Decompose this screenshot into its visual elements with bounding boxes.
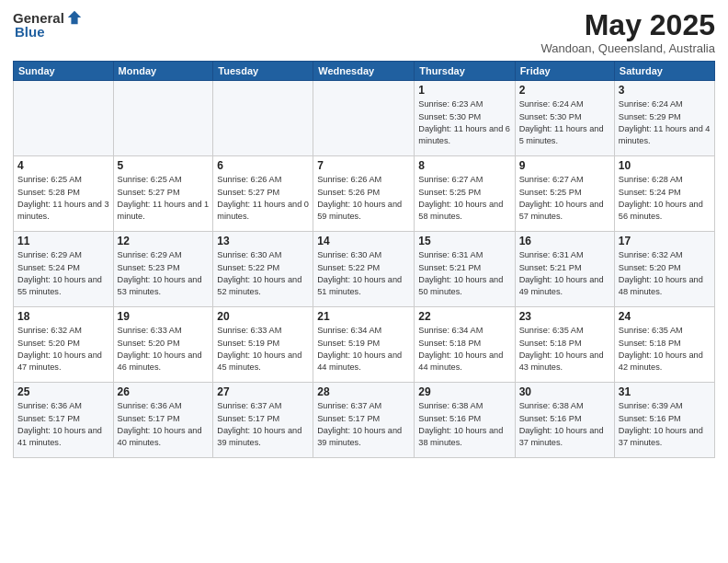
calendar-cell: 19Sunrise: 6:33 AM Sunset: 5:20 PM Dayli… bbox=[113, 307, 213, 383]
day-info: Sunrise: 6:38 AM Sunset: 5:16 PM Dayligh… bbox=[519, 400, 610, 449]
title-block: May 2025 Wandoan, Queensland, Australia bbox=[540, 9, 715, 55]
week-row-3: 11Sunrise: 6:29 AM Sunset: 5:24 PM Dayli… bbox=[14, 232, 715, 307]
weekday-header-tuesday: Tuesday bbox=[213, 62, 313, 81]
day-info: Sunrise: 6:35 AM Sunset: 5:18 PM Dayligh… bbox=[519, 325, 610, 373]
day-info: Sunrise: 6:27 AM Sunset: 5:25 PM Dayligh… bbox=[519, 174, 610, 223]
day-number: 8 bbox=[418, 159, 510, 172]
day-info: Sunrise: 6:25 AM Sunset: 5:27 PM Dayligh… bbox=[118, 174, 210, 223]
weekday-header-row: SundayMondayTuesdayWednesdayThursdayFrid… bbox=[14, 62, 715, 81]
day-number: 15 bbox=[418, 235, 510, 247]
day-info: Sunrise: 6:29 AM Sunset: 5:24 PM Dayligh… bbox=[17, 249, 109, 298]
day-number: 16 bbox=[519, 235, 610, 247]
logo: General Blue bbox=[13, 9, 83, 40]
weekday-header-friday: Friday bbox=[515, 62, 614, 81]
day-number: 26 bbox=[118, 385, 210, 398]
calendar-cell: 22Sunrise: 6:34 AM Sunset: 5:18 PM Dayli… bbox=[415, 307, 515, 383]
calendar-cell: 15Sunrise: 6:31 AM Sunset: 5:21 PM Dayli… bbox=[415, 232, 515, 307]
calendar-cell: 23Sunrise: 6:35 AM Sunset: 5:18 PM Dayli… bbox=[515, 307, 614, 383]
day-number: 2 bbox=[519, 84, 610, 97]
day-info: Sunrise: 6:24 AM Sunset: 5:29 PM Dayligh… bbox=[619, 98, 711, 147]
day-info: Sunrise: 6:34 AM Sunset: 5:18 PM Dayligh… bbox=[418, 325, 510, 373]
svg-marker-0 bbox=[68, 11, 81, 24]
day-info: Sunrise: 6:27 AM Sunset: 5:25 PM Dayligh… bbox=[418, 174, 510, 223]
calendar-cell: 12Sunrise: 6:29 AM Sunset: 5:23 PM Dayli… bbox=[113, 232, 213, 307]
calendar-cell: 9Sunrise: 6:27 AM Sunset: 5:25 PM Daylig… bbox=[515, 156, 614, 232]
day-number: 31 bbox=[619, 385, 711, 398]
day-info: Sunrise: 6:26 AM Sunset: 5:26 PM Dayligh… bbox=[317, 174, 410, 223]
calendar-cell: 13Sunrise: 6:30 AM Sunset: 5:22 PM Dayli… bbox=[213, 232, 313, 307]
weekday-header-thursday: Thursday bbox=[415, 62, 515, 81]
weekday-header-sunday: Sunday bbox=[14, 62, 114, 81]
day-number: 20 bbox=[217, 310, 309, 323]
calendar-cell: 4Sunrise: 6:25 AM Sunset: 5:28 PM Daylig… bbox=[14, 156, 114, 232]
day-number: 10 bbox=[619, 159, 711, 172]
day-number: 18 bbox=[17, 310, 109, 323]
header: General Blue May 2025 Wandoan, Queenslan… bbox=[13, 9, 715, 55]
location: Wandoan, Queensland, Australia bbox=[540, 41, 715, 55]
calendar-table: SundayMondayTuesdayWednesdayThursdayFrid… bbox=[13, 61, 715, 458]
day-info: Sunrise: 6:31 AM Sunset: 5:21 PM Dayligh… bbox=[418, 249, 510, 298]
day-info: Sunrise: 6:30 AM Sunset: 5:22 PM Dayligh… bbox=[217, 249, 309, 298]
calendar-cell: 10Sunrise: 6:28 AM Sunset: 5:24 PM Dayli… bbox=[614, 156, 714, 232]
calendar-cell: 20Sunrise: 6:33 AM Sunset: 5:19 PM Dayli… bbox=[213, 307, 313, 383]
day-info: Sunrise: 6:33 AM Sunset: 5:20 PM Dayligh… bbox=[118, 325, 210, 373]
day-info: Sunrise: 6:32 AM Sunset: 5:20 PM Dayligh… bbox=[17, 325, 109, 373]
day-number: 11 bbox=[17, 235, 109, 247]
day-info: Sunrise: 6:38 AM Sunset: 5:16 PM Dayligh… bbox=[418, 400, 510, 449]
day-number: 27 bbox=[217, 385, 309, 398]
calendar-cell: 14Sunrise: 6:30 AM Sunset: 5:22 PM Dayli… bbox=[313, 232, 415, 307]
calendar-cell: 16Sunrise: 6:31 AM Sunset: 5:21 PM Dayli… bbox=[515, 232, 614, 307]
weekday-header-wednesday: Wednesday bbox=[313, 62, 415, 81]
day-info: Sunrise: 6:29 AM Sunset: 5:23 PM Dayligh… bbox=[118, 249, 210, 298]
day-info: Sunrise: 6:24 AM Sunset: 5:30 PM Dayligh… bbox=[519, 98, 610, 147]
day-number: 6 bbox=[217, 159, 309, 172]
calendar-cell bbox=[313, 81, 415, 156]
day-info: Sunrise: 6:23 AM Sunset: 5:30 PM Dayligh… bbox=[418, 98, 510, 147]
day-info: Sunrise: 6:33 AM Sunset: 5:19 PM Dayligh… bbox=[217, 325, 309, 373]
day-number: 23 bbox=[519, 310, 610, 323]
calendar-cell: 21Sunrise: 6:34 AM Sunset: 5:19 PM Dayli… bbox=[313, 307, 415, 383]
calendar-cell: 17Sunrise: 6:32 AM Sunset: 5:20 PM Dayli… bbox=[614, 232, 714, 307]
calendar-cell: 30Sunrise: 6:38 AM Sunset: 5:16 PM Dayli… bbox=[515, 383, 614, 458]
calendar-cell: 1Sunrise: 6:23 AM Sunset: 5:30 PM Daylig… bbox=[415, 81, 515, 156]
logo-icon bbox=[66, 9, 83, 26]
day-number: 24 bbox=[619, 310, 711, 323]
day-info: Sunrise: 6:28 AM Sunset: 5:24 PM Dayligh… bbox=[619, 174, 711, 223]
calendar-cell: 3Sunrise: 6:24 AM Sunset: 5:29 PM Daylig… bbox=[614, 81, 714, 156]
day-info: Sunrise: 6:37 AM Sunset: 5:17 PM Dayligh… bbox=[317, 400, 410, 449]
day-info: Sunrise: 6:34 AM Sunset: 5:19 PM Dayligh… bbox=[317, 325, 410, 373]
calendar-cell: 27Sunrise: 6:37 AM Sunset: 5:17 PM Dayli… bbox=[213, 383, 313, 458]
calendar-cell: 11Sunrise: 6:29 AM Sunset: 5:24 PM Dayli… bbox=[14, 232, 114, 307]
day-number: 3 bbox=[619, 84, 711, 97]
calendar-cell: 28Sunrise: 6:37 AM Sunset: 5:17 PM Dayli… bbox=[313, 383, 415, 458]
day-number: 28 bbox=[317, 385, 410, 398]
calendar-cell bbox=[14, 81, 114, 156]
day-number: 29 bbox=[418, 385, 510, 398]
calendar-cell: 26Sunrise: 6:36 AM Sunset: 5:17 PM Dayli… bbox=[113, 383, 213, 458]
day-number: 14 bbox=[317, 235, 410, 247]
week-row-2: 4Sunrise: 6:25 AM Sunset: 5:28 PM Daylig… bbox=[14, 156, 715, 232]
day-number: 19 bbox=[118, 310, 210, 323]
day-info: Sunrise: 6:36 AM Sunset: 5:17 PM Dayligh… bbox=[17, 400, 109, 449]
day-number: 4 bbox=[17, 159, 109, 172]
day-number: 9 bbox=[519, 159, 610, 172]
calendar-cell: 5Sunrise: 6:25 AM Sunset: 5:27 PM Daylig… bbox=[113, 156, 213, 232]
day-number: 13 bbox=[217, 235, 309, 247]
day-info: Sunrise: 6:31 AM Sunset: 5:21 PM Dayligh… bbox=[519, 249, 610, 298]
day-number: 21 bbox=[317, 310, 410, 323]
day-number: 7 bbox=[317, 159, 410, 172]
calendar-cell bbox=[113, 81, 213, 156]
page: General Blue May 2025 Wandoan, Queenslan… bbox=[0, 0, 728, 563]
week-row-4: 18Sunrise: 6:32 AM Sunset: 5:20 PM Dayli… bbox=[14, 307, 715, 383]
calendar-cell: 2Sunrise: 6:24 AM Sunset: 5:30 PM Daylig… bbox=[515, 81, 614, 156]
calendar-cell: 25Sunrise: 6:36 AM Sunset: 5:17 PM Dayli… bbox=[14, 383, 114, 458]
day-info: Sunrise: 6:30 AM Sunset: 5:22 PM Dayligh… bbox=[317, 249, 410, 298]
calendar-cell: 31Sunrise: 6:39 AM Sunset: 5:16 PM Dayli… bbox=[614, 383, 714, 458]
day-number: 1 bbox=[418, 84, 510, 97]
calendar-cell: 24Sunrise: 6:35 AM Sunset: 5:18 PM Dayli… bbox=[614, 307, 714, 383]
weekday-header-saturday: Saturday bbox=[614, 62, 714, 81]
day-number: 25 bbox=[17, 385, 109, 398]
calendar-cell: 6Sunrise: 6:26 AM Sunset: 5:27 PM Daylig… bbox=[213, 156, 313, 232]
day-number: 22 bbox=[418, 310, 510, 323]
logo-general: General bbox=[13, 10, 64, 26]
